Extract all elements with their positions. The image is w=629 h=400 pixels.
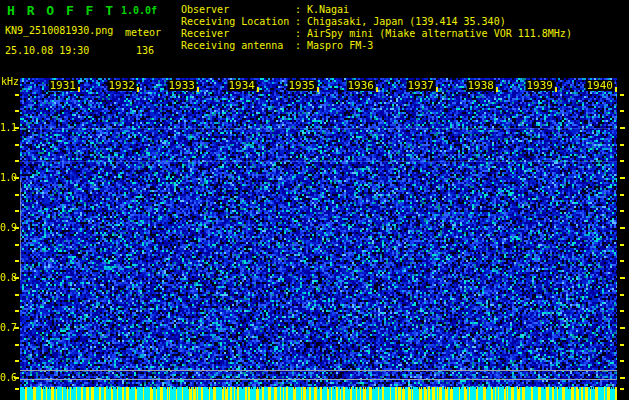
freq-tick-left (14, 127, 19, 129)
info-row-antenna: Receiving antenna:Maspro FM-3 (181, 40, 572, 52)
freq-tick-left (15, 344, 19, 346)
freq-tick-left (15, 260, 19, 262)
freq-tick-right (620, 294, 624, 296)
freq-tick-left (14, 177, 19, 179)
freq-tick-right (620, 310, 624, 312)
carrier-line-lower (20, 379, 617, 380)
info-value: AirSpy mini (Miake alternative VOR 111.8… (307, 28, 572, 40)
meteor-count-label: meteor (125, 28, 161, 38)
freq-tick-left (15, 94, 19, 96)
info-label: Receiving Location (181, 16, 295, 28)
freq-tick-left (15, 210, 19, 212)
freq-tick-left (15, 110, 19, 112)
info-row-observer: Observer:K.Nagai (181, 4, 572, 16)
freq-tick-left (14, 277, 19, 279)
freq-tick-left (15, 244, 19, 246)
info-separator: : (295, 16, 307, 28)
station-info-block: Observer:K.Nagai Receiving Location:Chig… (181, 4, 572, 52)
freq-tick-right (620, 160, 624, 162)
app-title: H R O F F T (7, 4, 115, 17)
info-label: Observer (181, 4, 295, 16)
info-label: Receiving antenna (181, 40, 295, 52)
freq-axis-unit-label: kHz (1, 77, 19, 87)
info-separator: : (295, 4, 307, 16)
freq-tick-right (620, 360, 624, 362)
freq-tick-right (620, 94, 624, 96)
freq-tick-right (620, 344, 624, 346)
carrier-line-upper (20, 370, 617, 371)
freq-tick-right (620, 327, 625, 329)
freq-tick-right (620, 127, 625, 129)
freq-tick-right (620, 194, 624, 196)
freq-tick-right (620, 110, 624, 112)
freq-tick-left (15, 294, 19, 296)
freq-tick-left (15, 144, 19, 146)
freq-tick-left (14, 327, 19, 329)
faint-birdie-line-2 (20, 161, 617, 162)
freq-tick-left (14, 377, 19, 379)
info-row-receiver: Receiver:AirSpy mini (Miake alternative … (181, 28, 572, 40)
freq-tick-left (15, 310, 19, 312)
faint-birdie-line-1 (20, 128, 617, 129)
freq-tick-label: 0.9 (0, 223, 16, 233)
freq-tick-label: 1.0 (0, 173, 16, 183)
output-filename: KN9_2510081930.png (5, 26, 113, 36)
info-separator: : (295, 40, 307, 52)
left-edge-marker (20, 180, 21, 280)
freq-tick-left (14, 227, 19, 229)
observation-datetime: 25.10.08 19:30 (5, 46, 89, 56)
freq-tick-label: 0.7 (0, 323, 16, 333)
spectrogram-canvas (20, 78, 617, 388)
freq-tick-left (15, 160, 19, 162)
freq-tick-right (620, 277, 625, 279)
freq-tick-left (15, 360, 19, 362)
info-value: K.Nagai (307, 4, 349, 16)
freq-tick-right (620, 210, 624, 212)
freq-tick-left (15, 388, 19, 390)
info-label: Receiver (181, 28, 295, 40)
freq-tick-right (620, 177, 625, 179)
info-row-location: Receiving Location:Chigasaki, Japan (139… (181, 16, 572, 28)
freq-tick-right (620, 144, 624, 146)
freq-tick-right (620, 377, 625, 379)
freq-tick-right (620, 388, 624, 390)
info-value: Chigasaki, Japan (139.414 35.340) (307, 16, 506, 28)
freq-tick-label: 1.1 (0, 123, 16, 133)
meteor-count-value: 136 (136, 46, 154, 56)
signal-level-strip (20, 387, 617, 400)
freq-tick-right (620, 227, 625, 229)
freq-tick-left (15, 194, 19, 196)
freq-tick-label: 0.8 (0, 273, 16, 283)
hrofft-window: H R O F F T 1.0.0f KN9_2510081930.png me… (0, 0, 629, 400)
freq-tick-right (620, 260, 624, 262)
info-separator: : (295, 28, 307, 40)
freq-tick-label: 0.6 (0, 373, 16, 383)
freq-tick-right (620, 244, 624, 246)
info-value: Maspro FM-3 (307, 40, 373, 52)
app-version: 1.0.0f (121, 6, 157, 16)
